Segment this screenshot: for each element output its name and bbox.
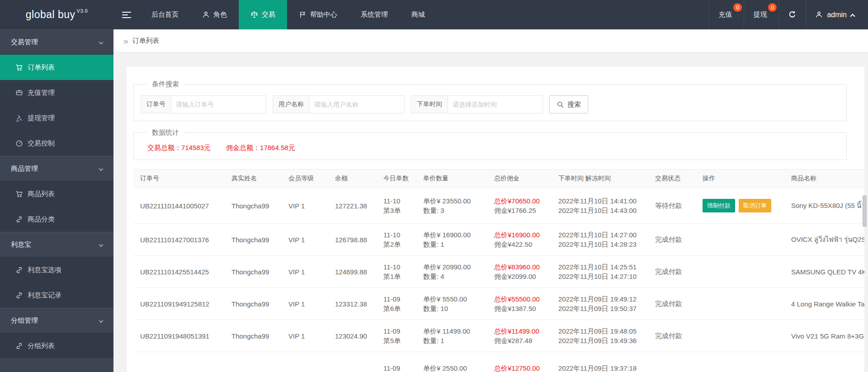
sidebar-item-recharge-manage[interactable]: 充值管理 [0,80,113,105]
cell-trade-status: 等待付款 [648,202,696,210]
cell-today-orders-line1: 11-10 [383,196,413,206]
sidebar-item-order-list[interactable]: 订单列表 [0,55,113,80]
sidebar-group-group-manage[interactable]: 分组管理 [0,308,113,333]
col-header-3: 余额 [328,174,377,183]
nav-item-system-manage[interactable]: 系统管理 [349,0,400,29]
table-header-row: 订单号真实姓名会员等级余额今日单数单价数量总价佣金下单时间 解冻时间交易状态操作… [133,169,864,188]
sidebar-item-trade-control[interactable]: 交易控制 [0,131,113,156]
stats-fieldset: 数据统计 交易总额：714583元 佣金总额：17864.58元 [133,128,847,160]
nav-item-role[interactable]: 角色 [190,0,239,29]
cell-product-name: SAMSUNG QLED TV 4K [784,268,864,276]
nav-item-home[interactable]: 后台首页 [140,0,190,29]
sidebar-toggle-button[interactable] [113,0,140,29]
breadcrumb-arrow-icon: » [123,37,128,45]
cell-order-no: UB2211091949125812 [133,300,225,308]
cell-vip-level: VIP 1 [282,332,328,340]
cell-total-commission-line1: 总价¥55500.00 [494,294,548,304]
cell-price-qty: 单价¥ 5550.00数量: 10 [416,294,487,313]
order-time-group: 下单时间 [411,95,543,113]
nav-item-trade[interactable]: 交易 [239,0,287,29]
page-title: 订单列表 [132,37,160,45]
withdraw-label: 提现 [753,10,767,19]
chevron-down-icon [99,318,104,323]
cell-trade-status: 完成付款 [648,300,696,308]
cell-today-orders-line2: 第1单 [383,272,413,281]
user-name-group: 用户名称 [273,95,405,113]
cell-today-orders-line1: 11-10 [383,230,413,240]
stats-legend: 数据统计 [147,128,184,137]
user-menu[interactable]: admin [806,0,868,29]
cell-today-orders: 11-09 [377,363,416,372]
nav-item-help-center[interactable]: 帮助中心 [287,0,349,29]
order-time-label: 下单时间 [411,95,448,113]
sidebar-group-label: 商品管理 [11,165,38,173]
nav-item-label: 系统管理 [361,10,388,19]
cell-trade-status: 完成付款 [648,332,696,340]
cell-price-qty-line1: 单价¥ 2550.00 [423,363,484,372]
cell-trade-status: 完成付款 [648,235,696,244]
cell-today-orders-line2: 第5单 [383,336,413,345]
breadcrumb: » 订单列表 [113,29,868,52]
force-pay-button[interactable]: 强制付款 [703,199,735,212]
sidebar-item-label: 商品列表 [28,190,55,198]
commission-total: 佣金总额：17864.58元 [226,144,295,152]
col-header-8: 交易状态 [648,174,696,183]
cell-order-no: UB2211091948051391 [133,332,225,340]
sidebar-item-goods-list[interactable]: 商品列表 [0,181,113,207]
table-row: UB2211101425514425Thongcha99VIP 1124699.… [133,256,864,288]
cell-today-orders: 11-10第1单 [377,262,416,281]
table-row: UB2211091948051391Thongcha99VIP 1123024.… [133,320,864,352]
flag-icon [299,11,307,19]
sidebar-group-goods-manage[interactable]: 商品管理 [0,156,113,181]
order-no-input[interactable] [171,95,266,113]
withdraw-nav-item[interactable]: 提现 0 [744,0,778,29]
order-no-group: 订单号 [141,95,266,113]
cell-order-time: 2022年11月10日 14:27:002022年11月10日 14:28:23 [552,230,648,249]
cell-balance: 124699.88 [328,268,377,276]
search-legend: 条件搜索 [147,80,184,89]
nav-item-label: 交易 [262,10,275,19]
cart-icon [15,64,23,71]
sidebar-item-interest-records[interactable]: 利息宝记录 [0,283,113,308]
sidebar-item-group-list[interactable]: 分组列表 [0,333,113,358]
cell-price-qty-line1: 单价¥ 5550.00 [423,294,484,304]
cell-total-commission: 总价¥70650.00佣金¥1766.25 [487,196,552,215]
sidebar-item-label: 商品分类 [28,215,55,224]
sidebar-item-withdraw-manage[interactable]: 提现管理 [0,105,113,131]
user-icon [202,11,210,19]
cell-balance: 127221.38 [328,202,377,210]
cell-today-orders-line1: 11-09 [383,326,413,336]
nav-item-mall[interactable]: 商城 [400,0,437,29]
cell-today-orders-line1: 11-10 [383,262,413,272]
cell-today-orders-line1: 11-09 [383,294,413,304]
cell-order-time-line1: 2022年11月09日 19:37:18 [558,363,645,372]
refresh-button[interactable] [778,0,806,29]
search-button[interactable]: 搜索 [549,95,588,113]
table-row: 11-09单价¥ 2550.00总价¥12750.002022年11月09日 1… [133,352,864,372]
order-time-input[interactable] [448,95,543,113]
sidebar-item-goods-category[interactable]: 商品分类 [0,207,113,232]
cell-price-qty-line1: 单价¥ 11499.00 [423,326,484,336]
vertical-scrollbar-thumb[interactable] [863,195,867,227]
cell-total-commission-line1: 总价¥70650.00 [494,196,548,206]
user-icon [815,11,823,19]
recharge-nav-item[interactable]: 充值 0 [709,0,744,29]
topnav-right: 充值 0 提现 0 admin [709,0,868,29]
cell-order-time: 2022年11月10日 14:41:002022年11月10日 14:43:00 [552,196,648,215]
cancel-order-button[interactable]: 取消订单 [739,199,771,212]
sidebar-item-interest-options[interactable]: 利息宝选项 [0,257,113,283]
cell-total-commission: 总价¥55500.00佣金¥1387.50 [487,294,552,313]
cell-total-commission-line1: 总价¥11499.00 [494,326,548,336]
user-name-input[interactable] [310,95,405,113]
cell-total-commission-line2: 佣金¥287.48 [494,336,548,345]
cell-order-time-line2: 2022年11月10日 14:28:23 [558,240,645,249]
sidebar-group-interest[interactable]: 利息宝 [0,232,113,257]
scales-icon [250,11,258,19]
cell-order-time: 2022年11月09日 19:37:18 [552,363,648,372]
cell-balance: 123312.38 [328,300,377,308]
cell-total-commission: 总价¥16900.00佣金¥422.50 [487,230,552,249]
user-name-label: 用户名称 [273,95,310,113]
cell-price-qty-line2: 数量: 10 [423,304,484,313]
cell-today-orders: 11-09第5单 [377,326,416,345]
sidebar-group-trade-manage[interactable]: 交易管理 [0,29,113,55]
